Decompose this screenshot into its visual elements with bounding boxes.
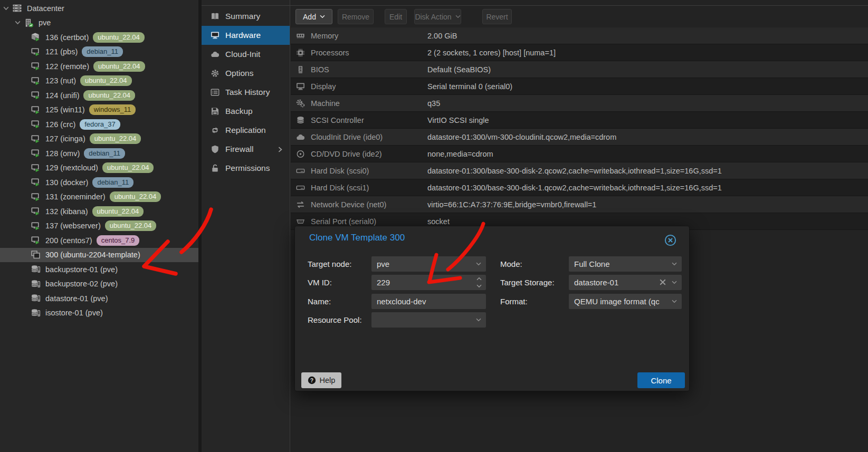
tree-item-vm[interactable]: 130 (docker) debian_11 [0, 175, 198, 190]
shield-icon [211, 145, 220, 153]
vm-id-input[interactable] [377, 278, 472, 287]
chevron-down-icon[interactable] [476, 318, 481, 322]
tree-item-storage[interactable]: datastore-01 (pve) [0, 291, 198, 306]
tree-item-vm[interactable]: 125 (win11) windows_11 [0, 103, 198, 118]
tree-item-vm[interactable]: 136 (certbot) ubuntu_22.04 [0, 30, 198, 45]
tree-item-vm[interactable]: 121 (pbs) debian_11 [0, 45, 198, 60]
chevron-down-icon[interactable] [672, 281, 677, 284]
add-button[interactable]: Add [295, 9, 332, 24]
tree-label: 137 (webserver) [45, 222, 101, 230]
resource-pool-select[interactable] [371, 312, 486, 328]
os-tag: ubuntu_22.04 [93, 61, 145, 72]
tab-summary[interactable]: Summary [202, 7, 290, 26]
tab-replication[interactable]: Replication [202, 121, 290, 140]
tree-item-vm[interactable]: 131 (zoneminder) ubuntu_22.04 [0, 190, 198, 205]
tree-label: 128 (omv) [45, 149, 80, 158]
tree-item-vm[interactable]: 132 (kibana) ubuntu_22.04 [0, 204, 198, 219]
tab-task-history[interactable]: Task History [202, 83, 290, 102]
button-label: Revert [486, 13, 508, 21]
remove-button[interactable]: Remove [338, 9, 374, 24]
table-row-hard-disk-scsi1[interactable]: Hard Disk (scsi1) datastore-01:300/base-… [291, 179, 868, 196]
resource-tree: Datacenter pve 136 (certbot) ubuntu_22.0… [0, 0, 198, 452]
table-row-cdrom-drive[interactable]: CD/DVD Drive (ide2) none,media=cdrom [291, 146, 868, 162]
row-value: datastore-01:300/base-300-disk-1.qcow2,c… [427, 184, 722, 192]
tree-item-vm[interactable]: 137 (webserver) ubuntu_22.04 [0, 219, 198, 234]
tab-options[interactable]: Options [202, 64, 290, 83]
table-row-machine[interactable]: Machine q35 [291, 95, 868, 112]
tab-backup[interactable]: Backup [202, 102, 290, 121]
tree-item-storage[interactable]: isostore-01 (pve) [0, 306, 198, 321]
vm-icon [31, 207, 41, 216]
tree-item-vm[interactable]: 200 (centos7) centos_7.9 [0, 233, 198, 248]
edit-button[interactable]: Edit [385, 9, 407, 24]
tree-label: pve [39, 18, 51, 27]
vm-icon [31, 222, 41, 230]
close-icon[interactable] [664, 234, 676, 246]
format-select[interactable]: QEMU image format (qc [569, 294, 682, 309]
chevron-down-icon[interactable] [672, 300, 677, 303]
chevron-down-icon[interactable] [672, 262, 677, 266]
tab-hardware[interactable]: Hardware [202, 26, 290, 45]
select-value: QEMU image format (qc [574, 297, 660, 306]
table-row-network-device[interactable]: Network Device (net0) virtio=66:1C:A7:37… [291, 196, 868, 213]
tree-label: isostore-01 (pve) [45, 309, 103, 317]
chevron-down-icon[interactable] [476, 262, 481, 266]
tree-label: 127 (icinga) [45, 134, 85, 143]
select-value: Full Clone [574, 259, 610, 268]
table-row-memory[interactable]: Memory 2.00 GiB [291, 27, 868, 44]
target-storage-select[interactable]: datastore-01 [569, 275, 682, 290]
tree-item-datacenter[interactable]: Datacenter [0, 1, 198, 16]
tree-label: 131 (zoneminder) [45, 193, 106, 201]
vm-icon [31, 178, 41, 187]
help-icon [308, 376, 316, 384]
chevron-down-icon[interactable] [476, 284, 482, 288]
spinner-buttons[interactable] [476, 277, 482, 288]
table-row-bios[interactable]: BIOS Default (SeaBIOS) [291, 61, 868, 78]
tree-item-vm[interactable]: 126 (crc) fedora_37 [0, 117, 198, 132]
name-field[interactable] [371, 294, 486, 309]
tree-item-storage[interactable]: backupstore-02 (pve) [0, 277, 198, 292]
mode-select[interactable]: Full Clone [569, 256, 682, 272]
select-value: pve [377, 259, 389, 268]
table-row-hard-disk-scsi0[interactable]: Hard Disk (scsi0) datastore-01:300/base-… [291, 162, 868, 179]
dialog-title: Clone VM Template 300 [309, 233, 405, 243]
revert-button[interactable]: Revert [482, 9, 512, 24]
serial-port-icon [296, 217, 305, 226]
tab-cloud-init[interactable]: Cloud-Init [202, 45, 290, 64]
tree-label: 129 (nextcloud) [45, 164, 98, 172]
tree-item-node-pve[interactable]: pve [0, 16, 198, 31]
row-label: Hard Disk (scsi1) [311, 184, 427, 192]
vm-icon [31, 120, 41, 129]
target-node-select[interactable]: pve [371, 256, 486, 272]
tree-item-vm[interactable]: 127 (icinga) ubuntu_22.04 [0, 132, 198, 147]
clone-button[interactable]: Clone [637, 372, 685, 388]
vm-icon [31, 76, 41, 85]
select-value: datastore-01 [574, 278, 618, 287]
table-row-scsi-controller[interactable]: SCSI Controller VirtIO SCSI single [291, 112, 868, 129]
tab-permissions[interactable]: Permissions [202, 159, 290, 178]
chevron-right-icon [278, 147, 282, 152]
chevron-down-icon[interactable] [3, 6, 9, 11]
tree-label: 132 (kibana) [45, 207, 88, 216]
disk-action-button[interactable]: Disk Action [414, 9, 461, 24]
row-value: virtio=66:1C:A7:37:76:9E,bridge=vmbr0,fi… [427, 200, 596, 209]
display-icon [211, 31, 220, 40]
vm-id-stepper[interactable] [371, 275, 486, 290]
chevron-up-icon[interactable] [476, 277, 482, 281]
row-value: datastore-01:300/vm-300-cloudinit.qcow2,… [427, 133, 616, 141]
tree-item-vm[interactable]: 124 (unifi) ubuntu_22.04 [0, 88, 198, 103]
help-button[interactable]: Help [301, 372, 341, 388]
name-input[interactable] [377, 297, 481, 306]
tree-item-vm-template-selected[interactable]: 300 (ubuntu-2204-template) [0, 248, 198, 263]
table-row-display[interactable]: Display Serial terminal 0 (serial0) [291, 78, 868, 95]
tree-item-vm[interactable]: 123 (nut) ubuntu_22.04 [0, 74, 198, 89]
tree-item-vm[interactable]: 129 (nextcloud) ubuntu_22.04 [0, 161, 198, 176]
tree-item-vm[interactable]: 128 (omv) debian_11 [0, 146, 198, 161]
tree-item-vm[interactable]: 122 (remote) ubuntu_22.04 [0, 59, 198, 74]
table-row-cloudinit-drive[interactable]: CloudInit Drive (ide0) datastore-01:300/… [291, 129, 868, 146]
clear-icon[interactable] [660, 279, 666, 285]
tree-item-storage[interactable]: backupstore-01 (pve) [0, 262, 198, 277]
tab-firewall[interactable]: Firewall [202, 140, 290, 159]
table-row-processors[interactable]: Processors 2 (2 sockets, 1 cores) [host]… [291, 44, 868, 61]
chevron-down-icon[interactable] [15, 21, 21, 25]
